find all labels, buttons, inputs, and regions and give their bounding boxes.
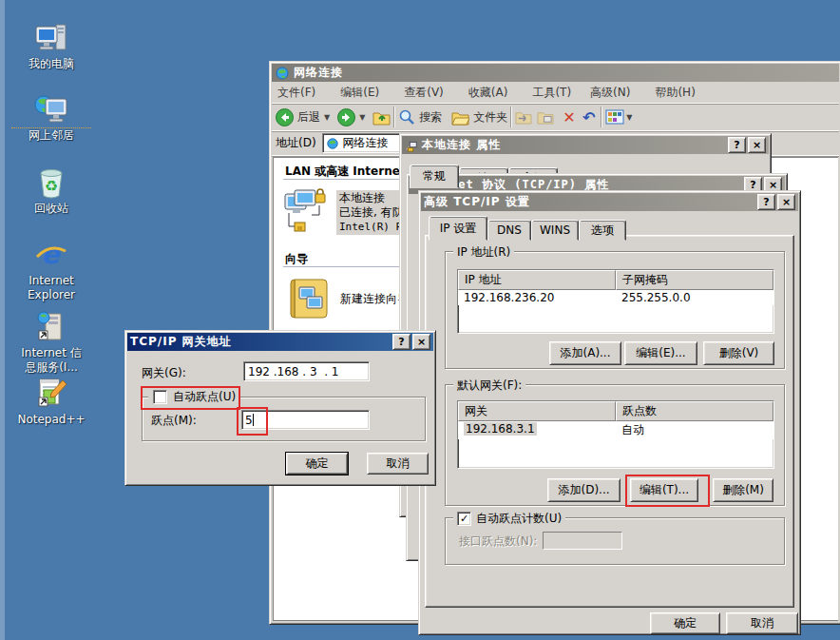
network-connections-icon — [275, 66, 290, 81]
cell-ip: 192.168.236.20 — [458, 290, 616, 305]
toolbar: 后退 ▼ ▼ 搜索 — [272, 104, 839, 131]
back-dropdown-icon[interactable]: ▼ — [324, 113, 330, 122]
ip-remove-button[interactable]: 删除(V) — [703, 341, 774, 365]
search-button[interactable]: 搜索 — [398, 108, 442, 126]
wizard-group-header: 向导 — [285, 251, 308, 267]
ip-add-button[interactable]: 添加(A)... — [549, 341, 621, 365]
help-button[interactable]: ? — [392, 334, 410, 350]
folders-button[interactable]: 文件夹 — [451, 109, 507, 126]
gateway-label: 网关(G): — [142, 365, 186, 381]
svg-text:♻: ♻ — [45, 177, 58, 195]
interface-metric-label: 接口跃点数(N): — [459, 533, 537, 550]
col-header-gateway[interactable]: 网关 — [458, 401, 616, 421]
back-button[interactable]: 后退 ▼ — [276, 108, 330, 126]
copy-to-icon[interactable] — [537, 109, 554, 125]
metric-label: 跃点(M): — [151, 413, 197, 429]
gateway-ip-field[interactable]: 192 .168 . 3 . 1 — [243, 361, 370, 381]
dialog-titlebar[interactable]: 本地连接 属性 ? × — [402, 136, 769, 154]
up-button[interactable] — [372, 109, 391, 126]
local-connection-icon — [281, 186, 331, 236]
ip-address-table[interactable]: IP 地址 子网掩码 192.168.236.20 255.255.0.0 — [457, 269, 774, 334]
desktop-icon-recycle-bin[interactable]: ♻ 回收站 — [11, 165, 91, 216]
forward-dropdown-icon[interactable]: ▼ — [359, 113, 365, 122]
close-button[interactable]: × — [748, 137, 766, 153]
close-button[interactable]: × — [412, 334, 430, 350]
desktop-edge-strip — [0, 0, 5, 640]
table-row[interactable]: 192.168.236.20 255.255.0.0 — [458, 290, 773, 305]
menu-favorites[interactable]: 收藏(A) — [463, 83, 514, 103]
default-gateways-group: 默认网关(F): 网关 跃点数 192.168.3.1 自动 添加(D)... … — [445, 384, 785, 506]
annotation-auto-metric — [141, 386, 240, 410]
local-connection-item[interactable]: 本地连接 已连接, 有防 Intel(R) PR — [281, 186, 411, 236]
desktop-icon-label: Internet 信 — [11, 346, 91, 360]
menu-tools[interactable]: 工具(T) — [526, 83, 577, 103]
back-icon — [276, 108, 294, 126]
menu-file[interactable]: 文件(F) — [272, 83, 321, 103]
toolbar-separator — [510, 107, 512, 127]
close-button[interactable]: × — [777, 194, 795, 210]
desktop-icon-iis[interactable]: Internet 信 息服务(I... — [11, 310, 91, 375]
gateway-table[interactable]: 网关 跃点数 192.168.3.1 自动 — [457, 400, 774, 469]
menu-view[interactable]: 查看(V) — [398, 83, 449, 103]
forward-icon — [337, 108, 355, 126]
tab-ip-settings[interactable]: IP 设置 — [429, 216, 487, 241]
menu-edit[interactable]: 编辑(E) — [334, 83, 385, 103]
network-places-icon — [34, 91, 68, 126]
toolbar-separator — [393, 107, 395, 127]
delete-icon[interactable]: ✕ — [563, 108, 575, 126]
desktop-icon-label: Explorer — [11, 288, 91, 302]
menu-help[interactable]: 帮助(H) — [649, 83, 700, 103]
help-button[interactable]: ? — [757, 194, 775, 210]
tab-dns[interactable]: DNS — [487, 220, 531, 241]
adv-cancel-button[interactable]: 取消 — [726, 612, 798, 634]
auto-metric-checkbox[interactable]: ✓ — [457, 512, 471, 526]
table-row[interactable]: 192.168.3.1 自动 — [458, 421, 773, 439]
tab-options[interactable]: 选项 — [579, 220, 626, 241]
advanced-tcpip-settings-dialog: 高级 TCP/IP 设置 ? × IP 设置 DNS WINS 选项 IP 地址… — [418, 190, 801, 635]
desktop-icon-network-places[interactable]: 网上邻居 — [11, 91, 91, 143]
annotation-metric-value — [237, 407, 268, 436]
views-dropdown-icon[interactable]: ▼ — [626, 113, 632, 122]
help-button[interactable]: ? — [728, 137, 746, 153]
tab-general[interactable]: 常规 — [410, 165, 459, 188]
dialog-title: TCP/IP 网关地址 — [130, 334, 391, 350]
toolbar-separator — [601, 107, 602, 127]
desktop-icon-internet-explorer[interactable]: e Internet Explorer — [11, 238, 91, 302]
col-header-metric[interactable]: 跃点数 — [616, 401, 773, 421]
desktop-icon-label: 回收站 — [11, 202, 91, 216]
tab-wins[interactable]: WINS — [531, 220, 579, 241]
gw-ok-button[interactable]: 确定 — [286, 453, 348, 475]
views-icon[interactable] — [605, 109, 624, 125]
forward-button[interactable]: ▼ — [337, 108, 365, 126]
ip-edit-button[interactable]: 编辑(E)... — [624, 341, 697, 365]
col-header-ip[interactable]: IP 地址 — [458, 270, 616, 290]
window-titlebar[interactable]: 网络连接 — [272, 64, 839, 82]
recycle-bin-icon: ♻ — [34, 165, 68, 200]
back-label: 后退 — [297, 109, 320, 126]
internet-explorer-icon: e — [34, 238, 68, 272]
col-header-mask[interactable]: 子网掩码 — [616, 270, 773, 290]
desktop-icon-notepadpp[interactable]: Notepad++ — [11, 377, 91, 427]
menubar: 文件(F) 编辑(E) 查看(V) 收藏(A) 工具(T) 高级(N) 帮助(H… — [272, 82, 839, 104]
dialog-titlebar[interactable]: 高级 TCP/IP 设置 ? × — [421, 193, 798, 211]
cell-mask: 255.255.0.0 — [616, 290, 773, 305]
connection-properties-icon — [405, 139, 418, 152]
gateway-remove-button[interactable]: 删除(M) — [713, 478, 773, 502]
ip-group-label: IP 地址(R) — [453, 244, 514, 261]
new-connection-wizard-icon — [287, 276, 333, 321]
gateway-add-button[interactable]: 添加(D)... — [547, 478, 620, 502]
desktop-icon-my-computer[interactable]: 我的电脑 — [11, 21, 91, 71]
menu-advanced[interactable]: 高级(N) — [584, 83, 636, 103]
desktop-icon-label: 网上邻居 — [11, 127, 91, 143]
new-connection-wizard-item[interactable]: 新建连接向导 — [287, 276, 409, 321]
undo-icon[interactable]: ↷ — [582, 108, 595, 126]
dialog-titlebar[interactable]: TCP/IP 网关地址 ? × — [127, 333, 433, 351]
svg-text:e: e — [42, 239, 62, 270]
up-folder-icon — [372, 109, 391, 126]
gw-cancel-button[interactable]: 取消 — [367, 453, 429, 475]
adv-ok-button[interactable]: 确定 — [650, 612, 720, 634]
iis-icon — [34, 310, 68, 344]
gateway-group-label: 默认网关(F): — [453, 378, 525, 394]
move-to-icon[interactable] — [515, 109, 532, 125]
cell-gateway: 192.168.3.1 — [464, 422, 537, 436]
